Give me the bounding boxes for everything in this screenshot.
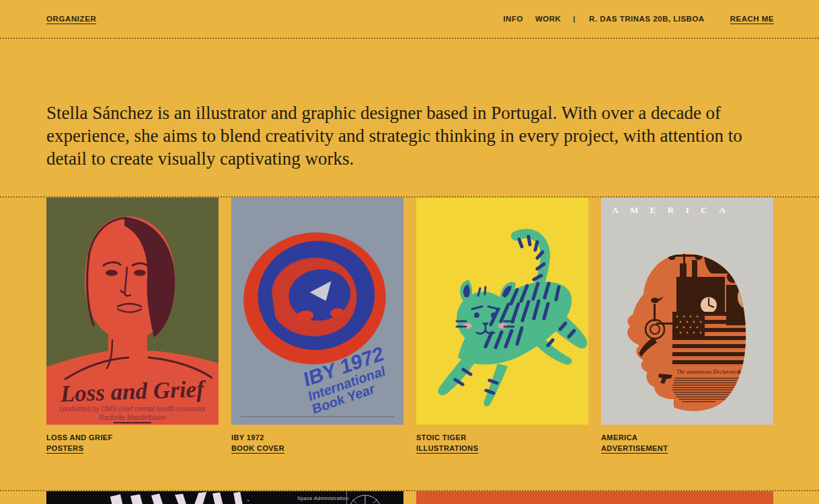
work-title: IBY 1972 bbox=[231, 433, 403, 442]
poster-footer-rule bbox=[241, 416, 394, 417]
poster-subtext-2: Rachelle Mandelbaum bbox=[99, 414, 166, 421]
work-category-link[interactable]: ILLUSTRATIONS bbox=[416, 444, 478, 452]
stoic-tiger-image[interactable] bbox=[416, 198, 588, 425]
work-caption: AMERICA ADVERTISEMENT bbox=[601, 433, 773, 454]
space-poster-image[interactable]: Space Administration bbox=[46, 491, 403, 504]
svg-text:Loss and Grief: Loss and Grief bbox=[59, 376, 206, 407]
work-item-orange-poster bbox=[416, 491, 773, 504]
work-title: STOIC TIGER bbox=[416, 433, 588, 442]
work-item-stoic-tiger: STOIC TIGER ILLUSTRATIONS bbox=[416, 198, 588, 454]
work-caption: LOSS AND GRIEF POSTERS bbox=[46, 433, 219, 454]
poster-background bbox=[46, 491, 403, 504]
nav-work[interactable]: WORK bbox=[535, 15, 561, 23]
brand-link[interactable]: ORGANIZER bbox=[46, 15, 96, 23]
america-poster-image[interactable]: AMERICA bbox=[601, 198, 773, 425]
poster-title-text: Loss and Grief bbox=[59, 376, 206, 407]
site-header: ORGANIZER INFO WORK | R. DAS TRINAS 20B,… bbox=[0, 0, 819, 39]
work-category-link[interactable]: ADVERTISEMENT bbox=[601, 444, 668, 452]
main-content: Stella Sánchez is an illustrator and gra… bbox=[0, 101, 819, 504]
loss-and-grief-poster-image[interactable]: Loss and Grief conducted by OMS chief me… bbox=[46, 198, 219, 425]
work-title: AMERICA bbox=[601, 433, 773, 442]
work-grid-row-2: Space Administration bbox=[0, 490, 819, 504]
poster-title-text: AMERICA bbox=[612, 205, 737, 215]
nav-separator: | bbox=[573, 15, 576, 23]
work-grid-row-1: Loss and Grief conducted by OMS chief me… bbox=[0, 196, 819, 490]
orange-poster-image[interactable] bbox=[416, 491, 773, 504]
intro-text: Stella Sánchez is an illustrator and gra… bbox=[46, 101, 773, 170]
poster-underline bbox=[114, 422, 151, 423]
space-administration-label: Space Administration bbox=[297, 495, 348, 501]
iby-1972-poster-image[interactable]: IBY 1972 International Book Year bbox=[231, 198, 403, 425]
work-category-link[interactable]: BOOK COVER bbox=[231, 444, 284, 452]
work-item-space-poster: Space Administration bbox=[46, 491, 403, 504]
work-item-loss-and-grief: Loss and Grief conducted by OMS chief me… bbox=[46, 198, 219, 454]
work-item-iby-1972: IBY 1972 International Book Year IBY 197… bbox=[231, 198, 403, 454]
work-caption: STOIC TIGER ILLUSTRATIONS bbox=[416, 433, 588, 454]
poster-texture bbox=[416, 491, 773, 504]
poster-subtext-1: conducted by OMS chief mental health cou… bbox=[59, 405, 206, 413]
work-caption: IBY 1972 BOOK COVER bbox=[231, 433, 403, 454]
svg-text:The unanimous Declaration: The unanimous Declaration bbox=[676, 368, 740, 375]
nav-reach-me[interactable]: REACH ME bbox=[730, 15, 774, 23]
work-item-america: AMERICA bbox=[601, 198, 773, 454]
nav-address: R. DAS TRINAS 20B, LISBOA bbox=[589, 15, 705, 23]
nav-info[interactable]: INFO bbox=[503, 15, 522, 23]
main-nav: INFO WORK | R. DAS TRINAS 20B, LISBOA RE… bbox=[503, 15, 774, 23]
panel-divider bbox=[346, 491, 347, 504]
work-title: LOSS AND GRIEF bbox=[46, 433, 219, 442]
work-category-link[interactable]: POSTERS bbox=[46, 444, 83, 452]
